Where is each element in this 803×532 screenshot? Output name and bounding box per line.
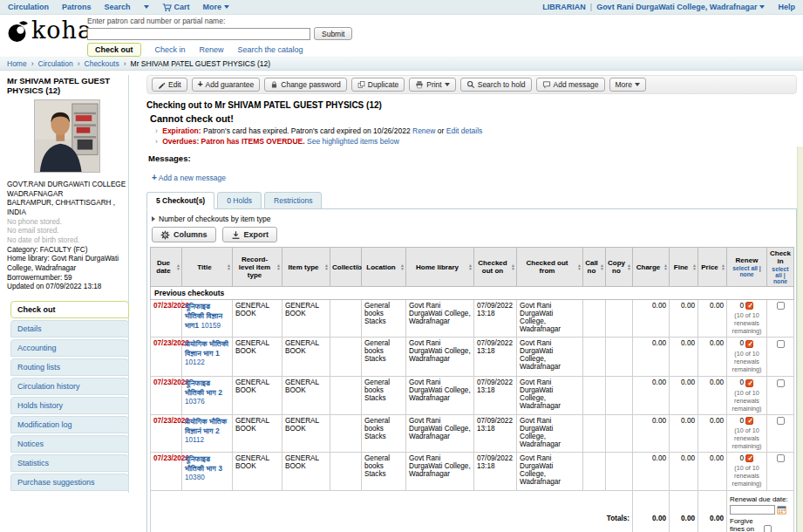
checkin-select-all-link[interactable]: select all [772,266,788,278]
col-fine[interactable]: Fine [670,248,698,287]
edit-details-link[interactable]: Edit details [446,126,483,135]
sidebar-item-details[interactable]: Details [10,320,129,338]
col-home-library[interactable]: Home library [406,248,474,287]
nav-cart[interactable]: Cart [162,3,190,12]
nav-circulation[interactable]: Circulation [8,3,49,11]
renew-checkbox[interactable] [745,340,753,348]
tab-restrictions[interactable]: Restrictions [264,192,322,209]
checkouts-by-itemtype-toggle[interactable]: Number of checkouts by item type [152,215,793,223]
forgive-fines-checkbox[interactable] [764,525,772,532]
nav-search-dropdown[interactable] [144,5,149,9]
calendar-icon[interactable] [777,505,786,515]
col-title[interactable]: Title [182,248,233,287]
renewal-due-date-input[interactable] [730,505,775,515]
submit-button[interactable]: Submit [314,27,352,40]
col-due-date[interactable]: Due date [151,248,182,287]
location-cell: General books Stacks [362,377,406,414]
nav-help[interactable]: Help [778,3,795,11]
sidebar-item-holds-history[interactable]: Holds history [10,397,129,414]
col-checked-out-on[interactable]: Checked out on [474,248,517,287]
nav-search[interactable]: Search [105,3,131,11]
more-button[interactable]: More [609,78,646,92]
sidebar-item-statistics[interactable]: Statistics [10,454,129,472]
col-item-type[interactable]: Item type [282,248,330,287]
barcode-link[interactable]: 10380 [185,474,205,481]
tab-checkouts[interactable]: 5 Checkout(s) [146,192,214,209]
export-button[interactable]: Export [222,227,278,242]
table-row: 07/23/2022 प्रायोगिक भौतिकी विज्ञान भाग … [151,338,794,377]
koha-logo[interactable]: koha [7,17,92,44]
tab-check-out[interactable]: Check out [87,43,141,57]
title-link[interactable]: प्रायोगिक भौतिक विज्ञानं भाग 2 [185,417,227,435]
check-in-checkbox[interactable] [777,454,785,462]
renewal-due-date-label: Renewal due date: [730,495,791,503]
col-call-no[interactable]: Call no [583,248,606,287]
sidebar-item-check-out[interactable]: Check out [10,301,129,318]
col-location[interactable]: Location [362,248,406,287]
renew-link[interactable]: Renew [412,126,435,135]
col-copy-no[interactable]: Copy no [606,248,633,287]
checkin-select-none-link[interactable]: none [773,278,787,284]
columns-button[interactable]: Columns [152,227,216,242]
tab-check-in[interactable]: Check in [155,45,186,54]
sidebar-item-modification-log[interactable]: Modification log [10,416,129,433]
title-link[interactable]: यूनिफाइड भौतिकी भाग 2 [185,379,222,397]
col-collection[interactable]: Collection [330,248,362,287]
renew-select-all-link[interactable]: select all [732,265,758,271]
checkout-tabs: 5 Checkout(s) 0 Holds Restrictions [146,192,797,208]
sidebar-item-accounting[interactable]: Accounting [10,339,129,357]
overdues-label: Overdues: Patron has ITEMS OVERDUE. [162,137,304,146]
sidebar-item-purchase-suggestions[interactable]: Purchase suggestions [10,474,129,491]
duplicate-button[interactable]: Duplicate [351,78,405,92]
sort-arrows-icon [176,263,180,270]
col-checked-out-from[interactable]: Checked out from [517,248,583,287]
check-in-cell [767,377,794,414]
check-in-checkbox[interactable] [777,340,785,348]
breadcrumb-checkouts[interactable]: Checkouts [85,59,119,68]
renew-select-none-link[interactable]: none [739,271,753,277]
tab-holds[interactable]: 0 Holds [217,192,262,209]
check-in-checkbox[interactable] [777,379,785,387]
check-in-checkbox[interactable] [777,302,785,310]
tab-renew[interactable]: Renew [200,45,224,54]
edit-button[interactable]: Edit [152,78,187,92]
renew-checkbox[interactable] [745,379,753,387]
title-link[interactable]: प्रायोगिक भौतिकी विज्ञान भाग 1 [185,339,228,358]
barcode-link[interactable]: 10159 [201,322,221,330]
add-new-message-link[interactable]: Add a new message [159,174,226,182]
barcode-link[interactable]: 10122 [185,358,205,366]
barcode-link[interactable]: 10112 [185,436,204,444]
check-in-checkbox[interactable] [777,417,785,425]
col-price[interactable]: Price [698,248,727,287]
renew-checkbox[interactable] [745,454,753,462]
tab-search-catalog[interactable]: Search the catalog [238,45,303,54]
add-guarantee-button[interactable]: Add guarantee [192,78,261,92]
search-to-hold-button[interactable]: Search to hold [460,78,532,92]
username: LIBRARIAN [542,3,586,11]
nav-patrons[interactable]: Patrons [62,3,92,11]
col-charge[interactable]: Charge [633,248,670,287]
renew-checkbox[interactable] [745,417,753,425]
checked-out-on-cell: 07/09/2022 13:18 [474,300,517,338]
breadcrumb-circulation[interactable]: Circulation [38,59,73,68]
patron-toolbar: Edit Add guarantee Change password Dupli… [146,75,797,94]
patron-search-input[interactable] [87,28,310,40]
sidebar-item-routing-lists[interactable]: Routing lists [10,358,129,376]
add-message-button[interactable]: Add message [536,78,605,92]
see-highlighted-link[interactable]: See highlighted items below [307,137,399,146]
col-record-item-type[interactable]: Record-level item type [233,248,282,287]
nav-more[interactable]: More [203,3,230,11]
barcode-link[interactable]: 10376 [185,398,205,406]
logged-in-library: Govt Rani DurgaWati College, Wadrafnagar [596,3,757,11]
title-link[interactable]: यूनिफाइड भौतिकी भाग 3 [185,454,222,473]
scrollbar[interactable] [797,147,803,532]
change-password-button[interactable]: Change password [264,78,347,92]
renew-checkbox[interactable] [745,302,753,310]
print-button[interactable]: Print [409,78,455,92]
sidebar-item-notices[interactable]: Notices [10,435,129,453]
breadcrumb-home[interactable]: Home [7,59,27,68]
logged-in-user-menu[interactable]: LIBRARIANGovt Rani DurgaWati College, Wa… [542,3,765,11]
check-in-cell [767,300,794,338]
item-type-cell: GENERAL BOOK [282,300,330,338]
sidebar-item-circulation-history[interactable]: Circulation history [10,378,129,395]
